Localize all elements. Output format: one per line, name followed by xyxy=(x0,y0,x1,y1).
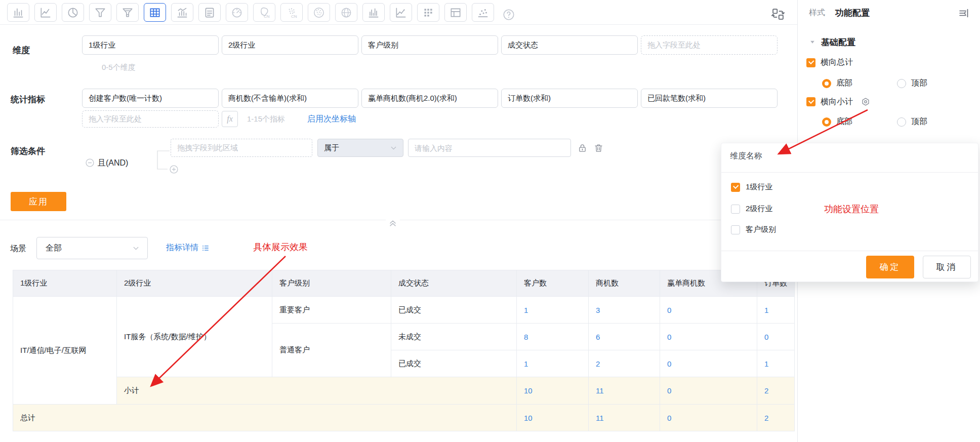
swap-dimensions-button[interactable] xyxy=(771,7,785,21)
popup-option-label: 1级行业 xyxy=(746,182,772,192)
row-total-bottom-radio[interactable] xyxy=(822,79,831,88)
column-header: 2级行业 xyxy=(117,270,272,297)
help-button[interactable] xyxy=(502,8,515,21)
chart-type-gauge-chart-button[interactable] xyxy=(226,3,248,22)
metric-value-link[interactable]: 1 xyxy=(757,350,795,377)
chart-type-histogram-chart-button[interactable] xyxy=(362,3,385,22)
dimension-drop-zone[interactable]: 拖入字段至此处 xyxy=(641,35,778,55)
column-header: 商机数 xyxy=(589,270,660,297)
section-caret-down-icon[interactable] xyxy=(809,38,816,46)
metric-field-chip[interactable]: 已回款笔数(求和) xyxy=(641,89,778,108)
metric-value-link[interactable]: 11 xyxy=(589,377,660,405)
metric-field-chip[interactable]: 赢单商机数(商机2.0)(求和) xyxy=(361,89,498,108)
section-basic-config[interactable]: 基础配置 xyxy=(821,36,855,48)
metric-value-link[interactable]: 0 xyxy=(660,297,757,324)
apply-button[interactable]: 应用 xyxy=(11,192,66,211)
formula-fx-button[interactable]: fx xyxy=(222,111,238,127)
row-subtotal-top-radio[interactable] xyxy=(897,117,906,127)
metric-field-chip[interactable]: 创建客户数(唯一计数) xyxy=(82,89,219,108)
histogram-chart-icon xyxy=(367,6,380,19)
deal-status-cell: 已成交 xyxy=(391,350,517,377)
tab-style[interactable]: 样式 xyxy=(809,8,825,18)
lock-condition-button[interactable] xyxy=(577,143,588,153)
row-subtotal-settings-button[interactable] xyxy=(860,96,871,107)
metric-value-link[interactable]: 2 xyxy=(757,405,795,431)
metric-value-link[interactable]: 0 xyxy=(660,324,757,350)
chart-type-scatter-chart-button[interactable] xyxy=(472,3,494,22)
metric-value-link[interactable]: 1 xyxy=(517,350,589,377)
row-total-top-radio[interactable] xyxy=(897,79,906,88)
lock-icon xyxy=(577,143,588,153)
dimension-field-chip[interactable]: 客户级别 xyxy=(361,35,498,55)
row-total-bottom-label: 底部 xyxy=(836,78,852,89)
remove-condition-group-button[interactable] xyxy=(85,157,95,168)
delete-condition-button[interactable] xyxy=(593,143,604,153)
table-header-row: 1级行业 2级行业 客户级别 成交状态 客户数 商机数 赢单商机数 订单数 xyxy=(13,270,795,297)
metric-value-link[interactable]: 0 xyxy=(660,350,757,377)
popup-option-checkbox[interactable] xyxy=(731,183,740,192)
chart-type-matrix-chart-button[interactable] xyxy=(417,3,439,22)
deal-status-cell: 未成交 xyxy=(391,324,517,350)
chart-type-crosstab-table-button[interactable] xyxy=(144,3,166,22)
metric-field-chip[interactable]: 商机数(不含输单)(求和) xyxy=(222,89,358,108)
row-subtotal-top-label: 顶部 xyxy=(911,116,927,127)
chart-type-report-doc-button[interactable] xyxy=(198,3,221,22)
popup-option-checkbox[interactable] xyxy=(731,225,740,234)
metric-value-link[interactable]: 0 xyxy=(660,377,757,405)
secondary-axis-link[interactable]: 启用次坐标轴 xyxy=(307,114,356,125)
funnel-chart-icon xyxy=(94,6,107,19)
crosstab-table-icon xyxy=(148,6,161,19)
chart-type-layout-table-button[interactable] xyxy=(444,3,467,22)
metric-value-link[interactable]: 0 xyxy=(757,324,795,350)
metric-value-link[interactable]: 11 xyxy=(589,405,660,431)
metric-value-link[interactable]: 1 xyxy=(517,297,589,324)
metric-value-link[interactable]: 10 xyxy=(517,377,589,405)
metric-detail-link[interactable]: 指标详情 xyxy=(166,243,210,253)
tab-function-config[interactable]: 功能配置 xyxy=(835,7,870,19)
chart-type-world-map-dots-button[interactable] xyxy=(308,3,330,22)
chart-type-china-map-dots-button[interactable] xyxy=(280,3,303,22)
popup-option-checkbox[interactable] xyxy=(731,205,740,214)
chart-type-funnel-chart-button[interactable] xyxy=(89,3,111,22)
metric-value-link[interactable]: 1 xyxy=(757,297,795,324)
chart-type-area-line-chart-button[interactable] xyxy=(390,3,412,22)
metric-field-chip[interactable]: 订单数(求和) xyxy=(501,89,638,108)
annotation-popup-note: 功能设置位置 xyxy=(824,203,879,215)
metric-value-link[interactable]: 8 xyxy=(517,324,589,350)
dimensions-label: 维度 xyxy=(13,45,30,56)
collapse-config-button[interactable] xyxy=(386,218,400,228)
row-subtotal-checkbox[interactable] xyxy=(806,97,815,106)
scene-select[interactable]: 全部 xyxy=(36,237,148,259)
metric-value-link[interactable]: 3 xyxy=(589,297,660,324)
metric-value-link[interactable]: 0 xyxy=(660,405,757,431)
dimension-field-chip[interactable]: 1级行业 xyxy=(82,35,219,55)
metric-drop-zone[interactable]: 拖入字段至此处 xyxy=(82,110,219,128)
filter-value-input[interactable] xyxy=(408,139,571,157)
dimension-field-chip[interactable]: 2级行业 xyxy=(222,35,358,55)
chart-type-combo-chart-button[interactable] xyxy=(171,3,193,22)
row-subtotal-bottom-label: 底部 xyxy=(836,116,852,127)
metric-value-link[interactable]: 2 xyxy=(589,350,660,377)
chart-type-china-map-button[interactable] xyxy=(253,3,275,22)
chart-type-line-chart-button[interactable] xyxy=(34,3,57,22)
filter-operator-select[interactable]: 属于 xyxy=(317,139,403,157)
row-subtotal-bottom-radio[interactable] xyxy=(822,117,831,127)
metric-value-link[interactable]: 2 xyxy=(757,377,795,405)
bar-chart-icon xyxy=(12,6,25,19)
cancel-button[interactable]: 取消 xyxy=(923,256,971,278)
add-condition-button[interactable] xyxy=(169,164,179,175)
chart-type-bar-chart-button[interactable] xyxy=(7,3,29,22)
chart-type-funnel-striped-chart-button[interactable] xyxy=(116,3,139,22)
pivot-table: 1级行业 2级行业 客户级别 成交状态 客户数 商机数 赢单商机数 订单数 IT… xyxy=(13,270,795,431)
chart-type-toolbar xyxy=(7,3,494,22)
chart-type-pie-chart-button[interactable] xyxy=(62,3,84,22)
metric-value-link[interactable]: 10 xyxy=(517,405,589,431)
dimension-field-chip[interactable]: 成交状态 xyxy=(501,35,638,55)
filter-field-drop-zone[interactable]: 拖拽字段到此区域 xyxy=(171,139,312,157)
row-total-checkbox[interactable] xyxy=(806,58,815,67)
metric-value-link[interactable]: 6 xyxy=(589,324,660,350)
chart-type-globe-chart-button[interactable] xyxy=(335,3,357,22)
collapse-panel-button[interactable] xyxy=(958,7,970,19)
confirm-button[interactable]: 确定 xyxy=(866,256,914,278)
row-total-top-label: 顶部 xyxy=(911,78,927,89)
